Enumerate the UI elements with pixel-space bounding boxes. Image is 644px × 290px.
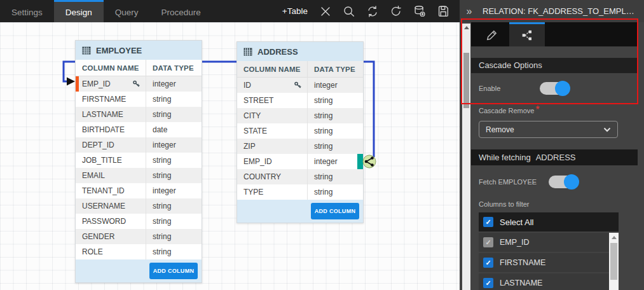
sync-icon — [366, 4, 380, 18]
cascade-remove-field: Cascade Remove* Remove — [479, 104, 638, 138]
scroll-up-button[interactable] — [609, 233, 619, 242]
database-import-icon — [413, 4, 427, 18]
enable-label: Enable — [479, 85, 540, 92]
chevron-down-icon — [603, 127, 611, 132]
tab-edit-properties[interactable] — [474, 22, 509, 46]
filter-list-scrollbar[interactable] — [609, 233, 619, 290]
search-button[interactable] — [341, 4, 357, 19]
tab-relations[interactable] — [509, 22, 545, 46]
fetch-employee-toggle[interactable] — [549, 176, 578, 188]
close-icon — [319, 4, 332, 18]
fetch-employee-label: Fetch EMPLOYEE — [479, 178, 549, 186]
select-all-label: Select All — [500, 218, 533, 227]
pencil-icon — [485, 29, 498, 42]
db-import-button[interactable] — [412, 4, 427, 19]
tab-settings[interactable]: Settings — [0, 0, 54, 22]
collapse-panel-button[interactable]: » — [460, 6, 479, 17]
panel-title: RELATION: FK_ADDRESS_TO_EMPLOY... — [479, 6, 638, 16]
cascade-options-header: Cascade Options — [471, 58, 638, 73]
schema-canvas: EMPLOYEE COLUMN NAME DATA TYPE EMP_ID — [0, 22, 460, 290]
filter-column-row[interactable]: FIRSTNAME — [479, 253, 619, 272]
columns-filter-list: Select All EMP_ID FIRSTNAME — [479, 212, 619, 290]
workspace-column: Settings Design Query Procedure +Table — [0, 0, 460, 290]
panel-content: Cascade Options Enable Cascade Remove* R… — [471, 22, 638, 290]
save-button[interactable] — [435, 4, 451, 19]
while-fetching-label: While fetching — [479, 149, 531, 165]
tab-procedure[interactable]: Procedure — [150, 0, 212, 22]
required-asterisk: * — [535, 104, 539, 115]
column-checkbox[interactable] — [483, 258, 493, 268]
sync-button[interactable] — [365, 4, 380, 19]
fetch-employee-row: Fetch EMPLOYEE — [479, 176, 638, 188]
column-checkbox[interactable] — [483, 278, 493, 288]
selected-option: Remove — [486, 125, 514, 134]
select-all-checkbox[interactable] — [483, 217, 493, 227]
column-label: LASTNAME — [500, 279, 542, 287]
column-checkbox[interactable] — [483, 237, 493, 247]
properties-panel: » RELATION: FK_ADDRESS_TO_EMPLOY... — [460, 0, 644, 290]
toolbar-icon-group — [314, 0, 460, 22]
while-fetching-table: ADDRESS — [536, 149, 576, 165]
scrollbar-thumb[interactable] — [610, 243, 617, 280]
tab-query[interactable]: Query — [104, 0, 150, 22]
chevrons-right-icon: » — [467, 6, 472, 17]
cascade-remove-label: Cascade Remove — [479, 107, 534, 114]
triangle-up-icon — [612, 236, 617, 239]
relation-icon — [521, 29, 534, 42]
search-icon — [342, 4, 356, 18]
select-all-row[interactable]: Select All — [479, 212, 619, 231]
columns-to-filter-label: Columns to filter — [479, 200, 638, 208]
toolbar: Settings Design Query Procedure +Table — [0, 0, 460, 22]
panel-body: Cascade Options Enable Cascade Remove* R… — [460, 22, 644, 290]
filter-rows: EMP_ID FIRSTNAME LASTNAME — [479, 233, 619, 290]
column-label: EMP_ID — [500, 238, 530, 247]
filter-column-row[interactable]: LASTNAME — [479, 273, 619, 290]
while-fetching-header: While fetching ADDRESS — [471, 149, 638, 165]
enable-toggle[interactable] — [540, 82, 569, 95]
triangle-up-icon — [464, 26, 469, 29]
column-label: FIRSTNAME — [500, 258, 545, 267]
filter-column-row[interactable]: EMP_ID — [479, 233, 619, 252]
add-table-button[interactable]: +Table — [276, 0, 314, 22]
relation-node-icon[interactable] — [363, 155, 376, 168]
panel-tabs — [471, 22, 638, 46]
save-icon — [436, 4, 450, 18]
enable-row: Enable — [479, 82, 638, 95]
app-root: Settings Design Query Procedure +Table — [0, 0, 644, 290]
tab-design[interactable]: Design — [54, 0, 104, 22]
refresh-button[interactable] — [388, 4, 404, 19]
toolbar-spacer — [212, 0, 276, 22]
panel-scrollbar[interactable] — [462, 24, 470, 290]
panel-header: » RELATION: FK_ADDRESS_TO_EMPLOY... — [460, 0, 644, 22]
scroll-up-button[interactable] — [462, 24, 470, 32]
scrollbar-thumb[interactable] — [463, 53, 469, 108]
cascade-remove-select[interactable]: Remove — [479, 121, 618, 138]
close-button[interactable] — [318, 4, 333, 19]
refresh-icon — [389, 4, 403, 18]
